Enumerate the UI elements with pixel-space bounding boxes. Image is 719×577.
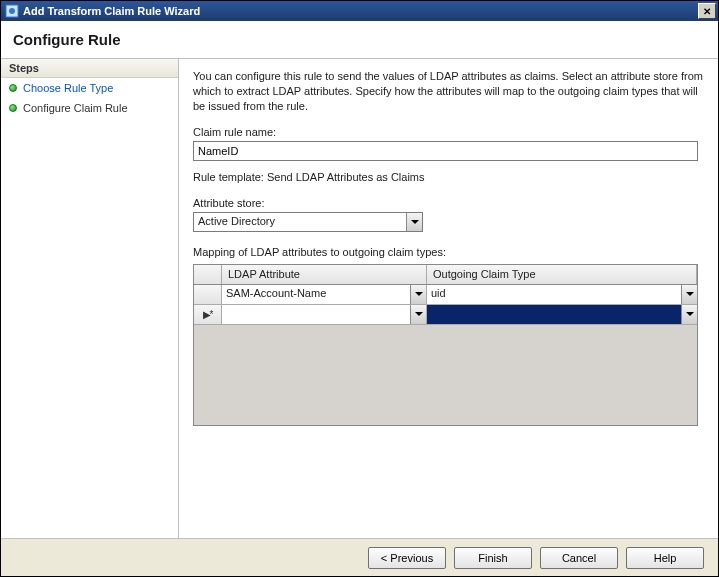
attribute-store-combo[interactable]: Active Directory [193, 212, 423, 232]
ldap-attribute-dropdown-button[interactable] [410, 305, 426, 324]
svg-point-1 [9, 8, 15, 14]
step-label: Configure Claim Rule [23, 102, 128, 114]
attribute-store-dropdown-button[interactable] [406, 213, 422, 231]
ldap-attribute-dropdown-button[interactable] [410, 285, 426, 304]
grid-header-row: LDAP Attribute Outgoing Claim Type [194, 265, 697, 285]
attribute-store-label: Attribute store: [193, 197, 704, 209]
help-button[interactable]: Help [626, 547, 704, 569]
previous-button[interactable]: < Previous [368, 547, 446, 569]
chevron-down-icon [686, 312, 694, 316]
step-configure-claim-rule[interactable]: Configure Claim Rule [1, 98, 178, 118]
close-icon: ✕ [703, 6, 711, 17]
table-row: ▶* [194, 305, 697, 325]
step-bullet-icon [9, 84, 17, 92]
claim-type-value [427, 305, 681, 324]
claim-type-dropdown-button[interactable] [681, 305, 697, 324]
grid-header-selector [194, 265, 222, 284]
body: Steps Choose Rule Type Configure Claim R… [1, 59, 718, 538]
footer-buttons: < Previous Finish Cancel Help [1, 538, 718, 576]
row-selector-new[interactable]: ▶* [194, 305, 222, 324]
page-heading: Configure Rule [1, 21, 718, 59]
titlebar: Add Transform Claim Rule Wizard ✕ [1, 1, 718, 21]
step-choose-rule-type[interactable]: Choose Rule Type [1, 78, 178, 98]
row-selector[interactable] [194, 285, 222, 304]
window-title: Add Transform Claim Rule Wizard [23, 5, 698, 17]
claim-rule-name-input[interactable] [193, 141, 698, 161]
grid-header-ldap: LDAP Attribute [222, 265, 427, 284]
step-bullet-icon [9, 104, 17, 112]
new-row-icon: ▶* [203, 309, 213, 320]
ldap-attribute-cell[interactable]: SAM-Account-Name [222, 285, 427, 304]
rule-template-text: Rule template: Send LDAP Attributes as C… [193, 171, 704, 183]
wizard-icon [5, 4, 19, 18]
attribute-store-value: Active Directory [194, 213, 406, 231]
chevron-down-icon [686, 292, 694, 296]
cancel-button[interactable]: Cancel [540, 547, 618, 569]
mapping-grid: LDAP Attribute Outgoing Claim Type SAM-A… [193, 264, 698, 426]
chevron-down-icon [415, 292, 423, 296]
finish-button[interactable]: Finish [454, 547, 532, 569]
main-panel: You can configure this rule to send the … [179, 59, 718, 538]
grid-header-claim: Outgoing Claim Type [427, 265, 697, 284]
ldap-attribute-value [222, 305, 410, 324]
description-text: You can configure this rule to send the … [193, 69, 704, 114]
steps-header: Steps [1, 59, 178, 78]
claim-type-dropdown-button[interactable] [681, 285, 697, 304]
chevron-down-icon [411, 220, 419, 224]
chevron-down-icon [415, 312, 423, 316]
claim-type-cell[interactable] [427, 305, 697, 324]
claim-type-cell[interactable]: uid [427, 285, 697, 304]
ldap-attribute-cell[interactable] [222, 305, 427, 324]
ldap-attribute-value: SAM-Account-Name [222, 285, 410, 304]
mapping-label: Mapping of LDAP attributes to outgoing c… [193, 246, 704, 258]
close-button[interactable]: ✕ [698, 3, 716, 19]
grid-empty-area [194, 325, 697, 425]
claim-rule-name-label: Claim rule name: [193, 126, 704, 138]
step-label: Choose Rule Type [23, 82, 113, 94]
table-row: SAM-Account-Name uid [194, 285, 697, 305]
claim-type-value: uid [427, 285, 681, 304]
steps-sidebar: Steps Choose Rule Type Configure Claim R… [1, 59, 179, 538]
